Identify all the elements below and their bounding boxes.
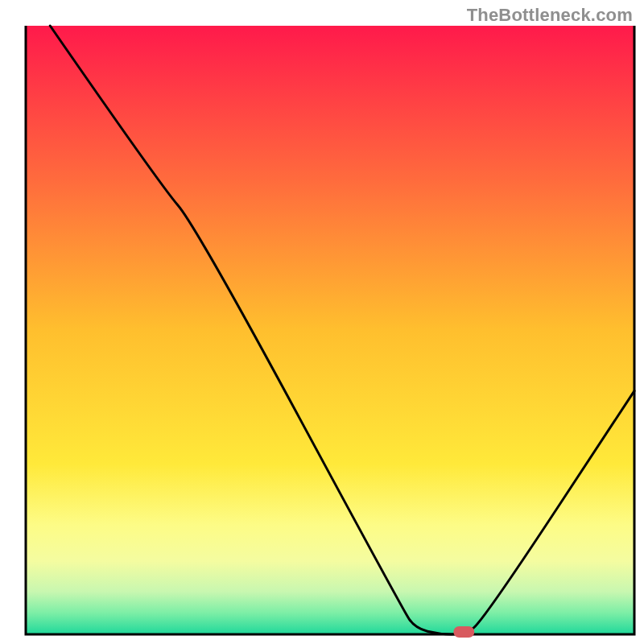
watermark-text: TheBottleneck.com (467, 5, 633, 26)
bottleneck-chart (0, 0, 644, 644)
marker-pill (453, 626, 474, 638)
plot-background (26, 26, 634, 634)
